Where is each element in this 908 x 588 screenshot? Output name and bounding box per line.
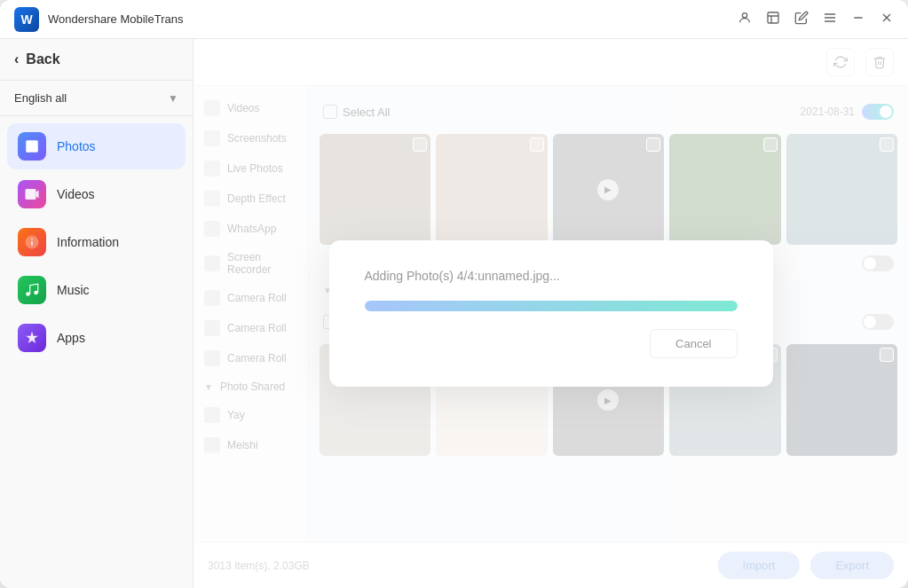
modal-overlay: Adding Photo(s) 4/4:unnamed.jpg... Cance…: [193, 39, 908, 588]
sub-item-camera-roll-2[interactable]: Camera Roll: [193, 313, 308, 343]
photo-thumb-b4[interactable]: [669, 344, 780, 455]
sub-item-screenshots[interactable]: Screenshots: [193, 123, 308, 153]
date-checkbox-2-box[interactable]: [323, 315, 337, 329]
sub-icon-screenshots: [204, 130, 220, 146]
photo-checkbox-b4[interactable]: [763, 348, 778, 362]
sub-icon-camera-roll-3: [204, 350, 220, 366]
app-title: Wondershare MobileTrans: [48, 12, 183, 26]
svg-rect-1: [768, 12, 778, 23]
sub-icon-yay: [204, 407, 220, 423]
bottom-bar: 3013 Item(s), 2.03GB Import Export: [193, 542, 908, 588]
sidebar-item-photos[interactable]: Photos: [7, 123, 186, 169]
panel-body: Videos Screenshots Live Photos Depth Eff…: [193, 86, 908, 542]
progress-bar-fill: [365, 301, 738, 311]
panel-toolbar: [193, 39, 908, 86]
photo-checkbox-b5[interactable]: [880, 348, 894, 362]
back-arrow-icon: ‹: [14, 51, 19, 67]
nav-items: Photos Videos Information: [0, 116, 193, 368]
sub-icon-screen-recorder: [204, 255, 220, 271]
title-bar: W Wondershare MobileTrans: [0, 0, 908, 39]
date-label-1: 2021-08-31: [801, 106, 855, 118]
photo-grid-bottom: ▶: [320, 344, 897, 455]
photo-thumb-2[interactable]: [436, 134, 547, 245]
svg-point-14: [26, 292, 30, 296]
photo-thumb-b2[interactable]: [436, 344, 547, 455]
photo-thumb-5[interactable]: [786, 134, 897, 245]
progress-bar-background: [365, 301, 738, 311]
export-button[interactable]: Export: [810, 552, 894, 579]
title-bar-controls: [738, 11, 894, 27]
toggle-date-2[interactable]: [862, 255, 894, 271]
sub-sidebar: Videos Screenshots Live Photos Depth Eff…: [193, 86, 309, 542]
information-icon: [18, 228, 46, 256]
sidebar: ‹ Back English all ▼ Photos Vid: [0, 39, 193, 588]
select-all-checkbox[interactable]: Select All: [323, 105, 390, 119]
sub-item-camera-roll-1[interactable]: Camera Roll: [193, 283, 308, 313]
play-icon-3: ▶: [597, 179, 619, 200]
sub-icon-meishi: [204, 437, 220, 453]
item-count: 3013 Item(s), 2.03GB: [208, 560, 310, 572]
svg-point-0: [742, 13, 746, 18]
photo-checkbox-b3[interactable]: [646, 348, 660, 362]
close-button[interactable]: [880, 11, 894, 27]
sub-icon-depth-effect: [204, 191, 220, 207]
svg-point-9: [28, 143, 30, 145]
photo-checkbox-2[interactable]: [530, 137, 544, 152]
sub-item-whatsapp[interactable]: WhatsApp: [193, 214, 308, 244]
photo-controls: Select All 2021-08-31: [320, 97, 897, 127]
edit-icon[interactable]: [794, 11, 809, 27]
play-icon-b3: ▶: [597, 389, 619, 411]
photo-checkbox-5[interactable]: [880, 137, 894, 152]
photo-thumb-4[interactable]: [669, 134, 780, 245]
sub-item-screen-recorder[interactable]: Screen Recorder: [193, 244, 308, 283]
back-button[interactable]: ‹ Back: [0, 39, 193, 81]
photo-checkbox-b1[interactable]: [413, 348, 427, 362]
sub-item-yay[interactable]: Yay: [193, 400, 308, 430]
sidebar-item-information[interactable]: Information: [7, 219, 186, 265]
sub-icon-whatsapp: [204, 221, 220, 237]
sidebar-item-music[interactable]: Music: [7, 267, 186, 313]
photo-checkbox-1[interactable]: [413, 137, 427, 152]
language-selector[interactable]: English all ▼: [0, 81, 193, 116]
chevron-down-icon: ▼: [168, 92, 178, 105]
photo-thumb-b3[interactable]: ▶: [553, 344, 664, 455]
photo-checkbox-3[interactable]: [646, 137, 660, 152]
bookmark-icon[interactable]: [766, 11, 780, 27]
refresh-button[interactable]: [826, 48, 855, 76]
date-checkbox-2[interactable]: 2021-05-14: [323, 315, 397, 329]
photo-checkbox-4[interactable]: [763, 137, 778, 152]
sidebar-item-videos[interactable]: Videos: [7, 171, 186, 217]
cancel-button[interactable]: Cancel: [650, 329, 737, 358]
sub-item-meishi[interactable]: Meishi: [193, 430, 308, 460]
toggle-date-3[interactable]: [862, 314, 894, 330]
app-icon: W: [14, 7, 39, 32]
modal-box: Adding Photo(s) 4/4:unnamed.jpg... Cance…: [329, 240, 773, 387]
sub-item-depth-effect[interactable]: Depth Effect: [193, 184, 308, 214]
sub-icon-camera-roll-1: [204, 290, 220, 306]
sub-item-camera-roll-3[interactable]: Camera Roll: [193, 343, 308, 373]
photo-thumb-b1[interactable]: [320, 344, 430, 455]
photo-thumb-b5[interactable]: [786, 344, 897, 455]
music-icon: [18, 276, 46, 304]
sub-icon-videos: [204, 100, 220, 116]
sub-item-photo-shared[interactable]: ▼ Photo Shared: [193, 373, 308, 400]
sub-item-live-photos[interactable]: Live Photos: [193, 153, 308, 184]
photo-area: Select All 2021-08-31: [309, 86, 908, 542]
photo-thumb-1[interactable]: [320, 134, 430, 245]
toggle-date-1[interactable]: [862, 104, 894, 120]
photo-checkbox-b2[interactable]: [530, 348, 544, 362]
apps-icon: [18, 324, 46, 352]
sub-item-videos[interactable]: Videos: [193, 93, 308, 123]
photo-grid-top: ▶: [320, 134, 897, 245]
profile-icon[interactable]: [738, 11, 752, 27]
photo-thumb-3[interactable]: ▶: [553, 134, 664, 245]
minimize-button[interactable]: [851, 11, 865, 27]
sidebar-item-apps[interactable]: Apps: [7, 315, 186, 361]
delete-button[interactable]: [865, 48, 894, 76]
main-content: ‹ Back English all ▼ Photos Vid: [0, 39, 908, 588]
select-all-checkbox-box[interactable]: [323, 105, 337, 119]
import-button[interactable]: Import: [718, 552, 801, 579]
svg-point-15: [34, 291, 38, 295]
section-toggle-icon: ▼: [204, 382, 213, 392]
menu-icon[interactable]: [823, 11, 837, 27]
